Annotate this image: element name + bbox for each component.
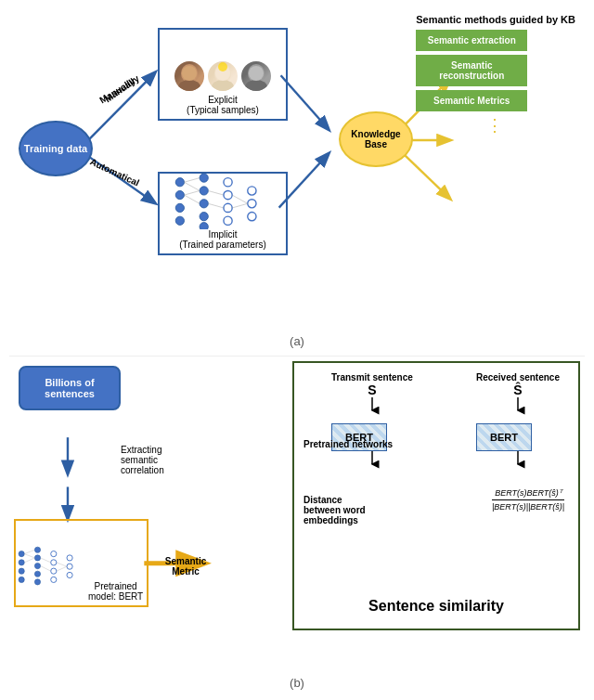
svg-line-40 [232,203,248,208]
face-2 [208,61,238,91]
semantic-methods-area: Semantic methods guided by KB Semantic e… [416,14,575,136]
svg-point-57 [67,555,72,561]
svg-line-33 [184,178,200,183]
svg-line-6 [400,151,449,199]
billions-box: Billions of sentences [19,366,121,410]
svg-point-51 [34,571,40,577]
transmit-arrow-2 [363,451,381,470]
received-label: Received sentence [476,372,560,382]
training-data-box: Training data [19,121,93,176]
svg-point-48 [34,547,40,552]
pretrained-label: Pretrained model: BERT [84,581,147,602]
manually-text: Manually [97,75,136,105]
svg-point-29 [224,216,232,225]
explicit-label: Explicit (Typical samples) [187,95,259,115]
svg-point-9 [182,66,197,81]
knowledge-base-circle: Knowledge Base [339,111,413,167]
received-arrow [509,397,527,416]
svg-point-24 [200,213,208,221]
transmit-arrow [363,397,381,416]
svg-point-8 [178,80,200,91]
svg-point-55 [51,568,57,574]
svg-point-58 [67,564,72,569]
distance-label: Distance between word embeddings [303,495,378,525]
svg-line-2 [281,75,329,129]
svg-point-31 [248,200,256,208]
similarity-box: Transmit sentence S BERT [292,361,580,630]
dots-indicator: ⋮ [416,115,575,136]
part-b: Billions of sentences Extracting semanti… [9,356,585,671]
svg-point-53 [51,551,57,557]
semantic-metric-label: Semantic Metric [153,556,218,577]
svg-point-17 [175,178,184,187]
svg-point-13 [218,62,227,71]
svg-point-21 [200,174,208,182]
part-a-label: (a) [9,334,585,348]
implicit-label: Implicit (Trained parameters) [179,229,266,250]
svg-point-27 [224,190,232,199]
svg-point-59 [67,572,72,577]
billions-label: Billions of sentences [45,377,95,399]
svg-point-46 [19,568,24,574]
svg-line-64 [41,566,51,572]
svg-line-39 [232,195,248,203]
svg-line-37 [208,190,224,195]
svg-line-60 [24,550,34,553]
svg-point-32 [248,213,256,221]
extracting-label: Extracting semantic correlation [121,445,200,475]
svg-point-18 [175,190,184,199]
similarity-inner: Transmit sentence S BERT [303,372,569,619]
face-3 [241,61,271,91]
received-arrow-2 [509,451,527,470]
svg-point-28 [224,203,232,212]
svg-point-30 [248,187,256,195]
received-col: Received sentence Ŝ BERT [476,372,560,473]
kb-label: Knowledge Base [341,129,411,149]
svg-point-16 [249,66,264,81]
automatical-text: Automatical [88,156,141,188]
svg-point-54 [51,560,57,565]
svg-line-61 [24,554,34,558]
pretrained-networks-label: Pretrained networks [303,439,393,449]
bert-box-2: BERT [476,423,532,451]
face-images [174,61,271,91]
svg-point-19 [175,203,184,212]
svg-point-26 [224,178,232,187]
svg-point-20 [175,216,184,225]
transmit-var: S [331,382,413,397]
formula-bot: |BERT(s)||BERT(ŝ)| [492,500,564,512]
diagram-container: Manually Manually Automatical Training d… [0,0,594,699]
sentence-similarity-title: Sentence similarity [303,598,569,615]
semantic-metrics-btn: Semantic Metrics [416,90,527,111]
implicit-box: Implicit (Trained parameters) [158,172,288,255]
svg-point-23 [200,200,208,208]
semantic-methods-title: Semantic methods guided by KB [416,14,575,25]
svg-line-63 [41,558,51,563]
svg-line-36 [184,195,200,203]
semantic-extraction-btn: Semantic extraction [416,30,527,51]
part-b-label: (b) [9,676,585,690]
svg-point-56 [51,577,57,582]
semantic-metric-text: Semantic Metric [153,556,218,577]
svg-line-34 [184,182,200,190]
svg-line-65 [57,563,67,566]
svg-point-47 [19,577,24,582]
svg-point-22 [200,187,208,195]
svg-point-15 [245,80,267,91]
semantic-reconstruction-btn: Semantic reconstruction [416,55,527,86]
svg-point-45 [19,560,24,565]
svg-point-52 [34,579,40,585]
formula-top: BERT(s)BERT(ŝ)ᵀ [492,488,564,500]
svg-point-44 [19,551,24,557]
received-var: Ŝ [476,382,560,397]
svg-line-35 [184,190,200,195]
explicit-box: Explicit (Typical samples) [158,28,288,121]
pretrained-neural-net [16,532,84,602]
training-data-label: Training data [24,143,87,154]
svg-point-50 [34,563,40,568]
svg-line-66 [57,566,67,571]
face-1 [174,61,204,91]
neural-net-svg [167,174,278,229]
svg-point-11 [212,80,234,91]
svg-line-38 [208,203,224,208]
